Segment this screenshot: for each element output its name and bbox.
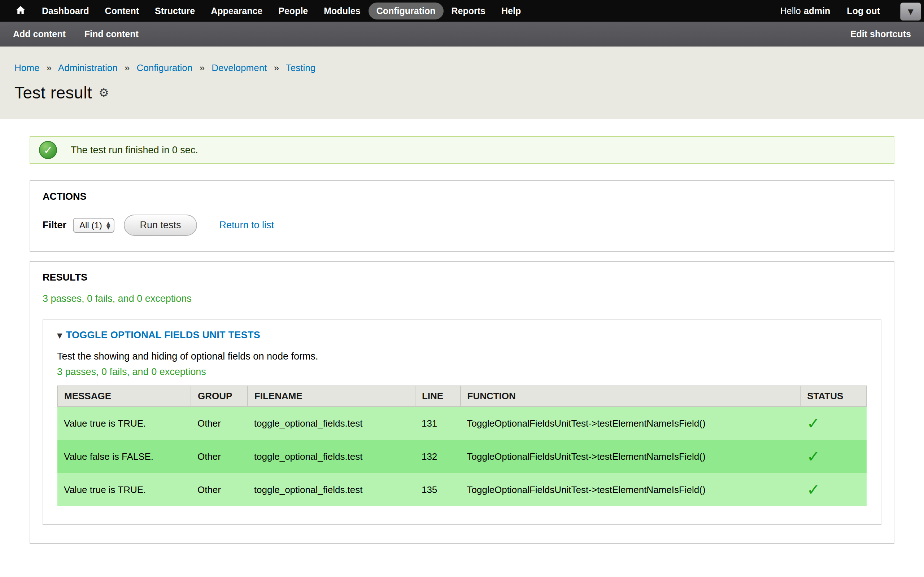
main-content: ✓ The test run finished in 0 sec. ACTION…	[0, 119, 924, 544]
cell-message: Value false is FALSE.	[57, 440, 191, 473]
cell-line: 135	[415, 473, 460, 506]
toolbar-menu: Dashboard Content Structure Appearance P…	[34, 3, 529, 19]
table-row: Value false is FALSE. Other toggle_optio…	[57, 440, 867, 473]
return-to-list-link[interactable]: Return to list	[220, 220, 274, 231]
breadcrumb-separator: »	[124, 62, 129, 73]
cell-group: Other	[191, 440, 247, 473]
toolbar-toggle-button[interactable]: ▼	[900, 3, 921, 21]
cell-filename: toggle_optional_fields.test	[247, 440, 415, 473]
cell-status: ✓	[800, 473, 867, 506]
cell-function: ToggleOptionalFieldsUnitTest->testElemen…	[460, 406, 801, 440]
cell-filename: toggle_optional_fields.test	[247, 473, 415, 506]
results-panel: RESULTS 3 passes, 0 fails, and 0 excepti…	[30, 261, 894, 544]
cell-status: ✓	[800, 440, 867, 473]
status-message-text: The test run finished in 0 sec.	[71, 145, 198, 156]
cell-message: Value true is TRUE.	[57, 473, 191, 506]
breadcrumb-separator: »	[274, 62, 279, 73]
table-row: Value true is TRUE. Other toggle_optiona…	[57, 473, 867, 506]
results-legend: RESULTS	[43, 272, 881, 283]
toolbar-item-configuration[interactable]: Configuration	[368, 3, 444, 19]
results-summary: 3 passes, 0 fails, and 0 exceptions	[43, 293, 881, 305]
cell-line: 131	[415, 406, 460, 440]
pass-check-icon: ✓	[807, 414, 820, 432]
breadcrumb-testing[interactable]: Testing	[286, 62, 315, 73]
breadcrumb-home[interactable]: Home	[15, 62, 39, 73]
page-header: Home » Administration » Configuration » …	[0, 47, 924, 119]
home-icon-button[interactable]	[11, 0, 30, 22]
column-header-line: LINE	[415, 386, 460, 406]
column-header-message: MESSAGE	[57, 386, 191, 406]
cell-group: Other	[191, 406, 247, 440]
toolbar-item-reports[interactable]: Reports	[444, 3, 493, 19]
toolbar-item-modules[interactable]: Modules	[316, 3, 368, 19]
breadcrumb: Home » Administration » Configuration » …	[15, 62, 909, 74]
cell-line: 132	[415, 440, 460, 473]
cell-filename: toggle_optional_fields.test	[247, 406, 415, 440]
results-table: MESSAGE GROUP FILENAME LINE FUNCTION STA…	[57, 385, 867, 506]
column-header-filename: FILENAME	[247, 386, 415, 406]
pass-check-icon: ✓	[807, 480, 820, 499]
breadcrumb-separator: »	[199, 62, 204, 73]
column-header-status: STATUS	[800, 386, 867, 406]
test-group-title-link[interactable]: TOGGLE OPTIONAL FIELDS UNIT TESTS	[66, 330, 260, 341]
page-title: Test result	[15, 83, 92, 102]
username: admin	[804, 6, 830, 16]
cell-message: Value true is TRUE.	[57, 406, 191, 440]
cell-function: ToggleOptionalFieldsUnitTest->testElemen…	[460, 440, 801, 473]
toolbar-user-area: Helloadmin Log out	[780, 6, 880, 16]
table-row: Value true is TRUE. Other toggle_optiona…	[57, 406, 867, 440]
shortcuts-bar: Add content Find content Edit shortcuts	[0, 22, 924, 47]
filter-select[interactable]: All (1) ▲▼	[73, 218, 115, 233]
breadcrumb-administration[interactable]: Administration	[58, 62, 118, 73]
actions-panel: ACTIONS Filter All (1) ▲▼ Run tests Retu…	[30, 180, 894, 252]
user-greeting: Helloadmin	[780, 6, 830, 16]
cell-group: Other	[191, 473, 247, 506]
select-arrows-icon: ▲▼	[107, 221, 110, 229]
shortcut-find-content[interactable]: Find content	[84, 29, 139, 39]
filter-select-value: All (1)	[79, 220, 102, 230]
toolbar-item-structure[interactable]: Structure	[147, 3, 203, 19]
status-check-icon: ✓	[39, 141, 57, 159]
home-icon	[15, 5, 26, 17]
run-tests-button[interactable]: Run tests	[124, 214, 197, 236]
edit-shortcuts-link[interactable]: Edit shortcuts	[850, 29, 911, 39]
pass-check-icon: ✓	[807, 447, 820, 466]
toolbar-item-content[interactable]: Content	[97, 3, 147, 19]
table-header-row: MESSAGE GROUP FILENAME LINE FUNCTION STA…	[57, 386, 867, 406]
actions-legend: ACTIONS	[43, 191, 881, 202]
test-group-summary: 3 passes, 0 fails, and 0 exceptions	[57, 366, 867, 377]
test-group-fieldset: ▼ TOGGLE OPTIONAL FIELDS UNIT TESTS Test…	[43, 319, 881, 525]
status-message: ✓ The test run finished in 0 sec.	[30, 136, 894, 164]
column-header-group: GROUP	[191, 386, 247, 406]
logout-link[interactable]: Log out	[847, 6, 880, 16]
shortcut-add-content[interactable]: Add content	[13, 29, 66, 39]
toolbar-item-appearance[interactable]: Appearance	[203, 3, 270, 19]
breadcrumb-configuration[interactable]: Configuration	[137, 62, 193, 73]
cell-function: ToggleOptionalFieldsUnitTest->testElemen…	[460, 473, 801, 506]
chevron-down-icon: ▼	[908, 7, 913, 16]
column-header-function: FUNCTION	[460, 386, 801, 406]
breadcrumb-separator: »	[47, 62, 52, 73]
toolbar-item-help[interactable]: Help	[493, 3, 529, 19]
breadcrumb-development[interactable]: Development	[212, 62, 267, 73]
filter-label: Filter	[43, 220, 66, 231]
collapse-arrow-icon: ▼	[57, 331, 63, 339]
cell-status: ✓	[800, 406, 867, 440]
toolbar-item-people[interactable]: People	[270, 3, 316, 19]
admin-toolbar: Dashboard Content Structure Appearance P…	[0, 0, 924, 22]
toolbar-item-dashboard[interactable]: Dashboard	[34, 3, 97, 19]
contextual-gear-icon[interactable]: ⚙	[99, 87, 109, 98]
test-group-description: Test the showing and hiding of optional …	[57, 351, 867, 362]
